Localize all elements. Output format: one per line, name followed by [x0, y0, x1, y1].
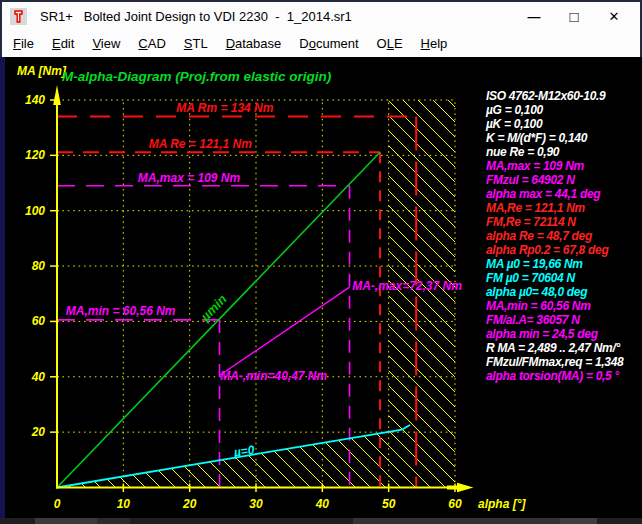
chart-title: M-alpha-Diagram (Proj.from elastic origi…	[62, 69, 332, 84]
legend-line: MA,min = 60,56 Nm	[486, 299, 640, 313]
results-legend: ISO 4762-M12x60-10.9µG = 0,100µK = 0,100…	[486, 89, 640, 383]
menu-item-cad[interactable]: CAD	[129, 32, 174, 55]
legend-line: MA,Re = 121,1 Nm	[486, 201, 640, 215]
legend-line: MA µ0 = 19,66 Nm	[486, 257, 640, 271]
x-tick-label: 30	[249, 497, 263, 511]
y-tick-label: 40	[31, 370, 46, 384]
legend-line: alpha min = 24,5 deg	[486, 327, 640, 341]
close-button[interactable]: ✕	[594, 4, 634, 28]
menu-item-file[interactable]: File	[4, 32, 43, 55]
y-axis-title: MA [Nm]	[17, 64, 67, 78]
marker-label-2: MA,max = 109 Nm	[138, 171, 241, 185]
legend-line: alpha Rp0.2 = 67,8 deg	[486, 243, 640, 257]
series-tightening-torque-mu-min	[57, 152, 380, 487]
menu-item-help[interactable]: Help	[412, 32, 457, 55]
y-tick-label: 80	[32, 259, 46, 273]
chart-annotation-2: MA-,min=40,47 Nm	[220, 369, 327, 383]
minimize-button[interactable]: —	[514, 4, 554, 28]
marker-label-1: MA Re = 121,1 Nm	[149, 137, 253, 151]
y-tick-label: 120	[25, 148, 45, 162]
window-border-top	[0, 0, 642, 2]
menu-item-view[interactable]: View	[83, 32, 129, 55]
x-tick-label: 20	[182, 497, 197, 511]
menubar: FileEditViewCADSTLDatabaseDocumentOLEHel…	[2, 30, 640, 57]
legend-line: FM/al.A= 36057 N	[486, 313, 640, 327]
marker-label-0: MA Rm = 134 Nm	[176, 101, 274, 115]
x-tick-label: 10	[117, 497, 131, 511]
menu-item-document[interactable]: Document	[290, 32, 367, 55]
chart-area: MA Rm = 134 NmMA Re = 121,1 NmMA,max = 1…	[0, 57, 642, 524]
chart-annotation-3: MA-,max=72,37 Nm	[352, 279, 462, 293]
window-controls: — □ ✕	[514, 4, 634, 28]
app-icon	[10, 8, 27, 25]
menu-item-database[interactable]: Database	[217, 32, 291, 55]
x-tick-label: 0	[54, 497, 61, 511]
marker-label-3: MA,min = 60,56 Nm	[66, 304, 176, 318]
app-window: SR1+ Bolted Joint Design to VDI 2230 - 1…	[0, 0, 642, 524]
titlebar: SR1+ Bolted Joint Design to VDI 2230 - 1…	[2, 2, 640, 30]
window-border-left	[0, 0, 2, 57]
legend-line: alpha µ0= 48,0 deg	[486, 285, 640, 299]
legend-line: alpha max = 44,1 deg	[486, 187, 640, 201]
legend-line: MA,max = 109 Nm	[486, 159, 640, 173]
y-axis-arrow	[53, 85, 61, 105]
window-border-bottom	[0, 518, 642, 524]
legend-line: alpha Re = 48,7 deg	[486, 229, 640, 243]
legend-line: µK = 0,100	[486, 117, 640, 131]
menu-item-stl[interactable]: STL	[175, 32, 217, 55]
legend-line: µG = 0,100	[486, 103, 640, 117]
x-axis-title: alpha [°]	[478, 497, 526, 511]
window-title: SR1+ Bolted Joint Design to VDI 2230 - 1…	[40, 9, 352, 24]
x-axis-arrow	[457, 483, 474, 492]
y-tick-label: 140	[25, 93, 45, 107]
legend-line: FMzul = 64902 N	[486, 173, 640, 187]
legend-line: FMzul/FMmax,req = 1,348	[486, 355, 640, 369]
legend-line: alpha torsion(MA) = 0,5 °	[486, 369, 640, 383]
y-tick-label: 100	[25, 204, 45, 218]
y-tick-label: 20	[31, 425, 46, 439]
x-tick-label: 50	[382, 497, 396, 511]
series-residual-torque-ma-minus	[220, 287, 350, 375]
sr1-bolt-icon	[12, 10, 25, 23]
maximize-button[interactable]: □	[554, 4, 594, 28]
menu-item-edit[interactable]: Edit	[43, 32, 83, 55]
legend-line: R MA = 2,489 .. 2,47 Nm/°	[486, 341, 640, 355]
legend-line: K = M/(d*F) = 0,140	[486, 131, 640, 145]
menu-item-ole[interactable]: OLE	[368, 32, 412, 55]
legend-line: ISO 4762-M12x60-10.9	[486, 89, 640, 103]
legend-line: FM µ0 = 70604 N	[486, 271, 640, 285]
y-tick-label: 60	[32, 314, 46, 328]
x-tick-label: 60	[448, 497, 462, 511]
legend-line: nue Re = 0,90	[486, 145, 640, 159]
legend-line: FM,Re = 72114 N	[486, 215, 640, 229]
x-tick-label: 40	[315, 497, 330, 511]
